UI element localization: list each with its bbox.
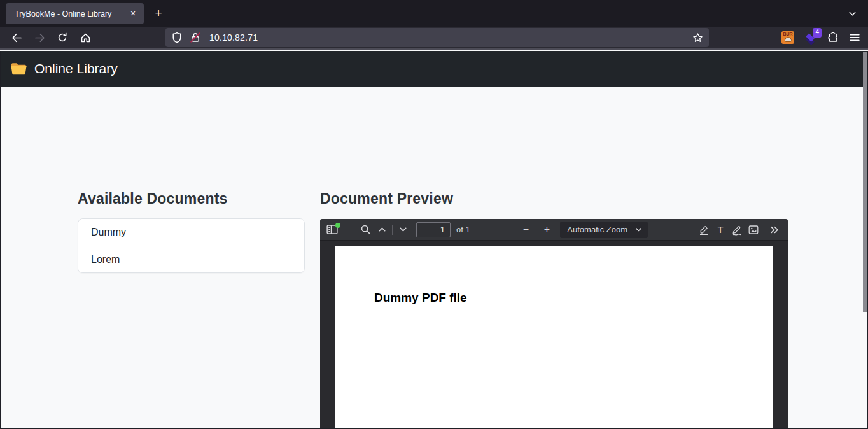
- document-list: Dummy Lorem: [78, 218, 305, 273]
- extension-badge: 4: [813, 28, 822, 38]
- list-item-dummy[interactable]: Dummy: [78, 219, 304, 246]
- page-scrollbar-thumb[interactable]: [863, 52, 867, 312]
- documents-heading: Available Documents: [78, 190, 228, 207]
- home-button[interactable]: [76, 29, 94, 46]
- site-title: Online Library: [34, 61, 118, 76]
- zoom-out-button[interactable]: −: [517, 222, 534, 238]
- page-scrollbar[interactable]: [863, 51, 867, 428]
- burp-extension-icon[interactable]: BUR: [781, 31, 794, 44]
- ink-pen-icon: [731, 224, 743, 236]
- burp-label: BUR: [783, 31, 792, 37]
- toggle-sidebar-button[interactable]: [324, 222, 340, 238]
- chevron-down-icon: [634, 225, 643, 234]
- chevron-down-icon: [398, 225, 408, 234]
- pdf-viewer-body: Dummy PDF file: [320, 241, 788, 428]
- site-header: Online Library: [0, 51, 868, 87]
- browser-tab-bar: TryBookMe - Online Library ✕ +: [0, 0, 868, 27]
- folder-icon: [10, 61, 27, 76]
- sidebar-active-indicator: [335, 223, 340, 228]
- previous-page-button[interactable]: [374, 222, 390, 238]
- page-count-label: of 1: [456, 225, 470, 234]
- next-page-button[interactable]: [395, 222, 411, 238]
- chevron-down-icon: [848, 9, 857, 18]
- find-button[interactable]: [357, 222, 374, 238]
- tab-title: TryBookMe - Online Library: [15, 10, 127, 18]
- url-text[interactable]: 10.10.82.71: [209, 32, 692, 43]
- zoom-mode-select[interactable]: Automatic Zoom: [560, 222, 648, 238]
- nav-right-cluster: BUR 4: [781, 31, 860, 44]
- pdf-content-title: Dummy PDF file: [374, 291, 467, 305]
- burp-face: [785, 37, 792, 42]
- home-icon: [80, 32, 91, 43]
- back-button[interactable]: [8, 29, 25, 46]
- layers-extension-icon[interactable]: 4: [804, 31, 817, 44]
- annotation-tools: T: [696, 222, 783, 238]
- pdf-page: Dummy PDF file: [335, 246, 773, 428]
- preview-heading: Document Preview: [320, 190, 453, 207]
- insecure-lock-icon[interactable]: [190, 32, 201, 43]
- highlight-tool-button[interactable]: [696, 222, 712, 238]
- browser-tab[interactable]: TryBookMe - Online Library ✕: [6, 3, 144, 24]
- pdf-toolbar: of 1 − + Automatic Zoom: [320, 219, 788, 241]
- tracking-protection-shield-icon[interactable]: [171, 32, 183, 43]
- browser-nav-bar: 10.10.82.71 BUR 4: [0, 27, 868, 50]
- forward-button[interactable]: [31, 29, 48, 46]
- image-tool-button[interactable]: [745, 222, 762, 238]
- list-item-lorem[interactable]: Lorem: [78, 246, 304, 272]
- free-text-tool-button[interactable]: T: [712, 222, 729, 238]
- bookmark-star-icon[interactable]: [692, 32, 703, 43]
- image-icon: [748, 224, 759, 236]
- chevron-up-icon: [377, 225, 387, 234]
- search-icon: [360, 224, 371, 235]
- page-number-input[interactable]: [416, 222, 451, 237]
- zoom-in-button[interactable]: +: [538, 222, 555, 238]
- zoom-mode-value: Automatic Zoom: [567, 225, 634, 234]
- forward-arrow-icon: [34, 32, 45, 43]
- list-all-tabs-button[interactable]: [844, 6, 860, 21]
- menu-hamburger-icon[interactable]: [849, 32, 860, 43]
- url-bar[interactable]: 10.10.82.71: [165, 28, 709, 47]
- zoom-controls: − + Automatic Zoom: [517, 222, 648, 238]
- back-arrow-icon: [11, 32, 22, 43]
- page-content: Available Documents Dummy Lorem Document…: [0, 87, 868, 429]
- reload-button[interactable]: [53, 29, 71, 46]
- draw-tool-button[interactable]: [729, 222, 745, 238]
- close-icon[interactable]: ✕: [127, 8, 139, 20]
- pdf-viewer: of 1 − + Automatic Zoom: [320, 219, 788, 428]
- new-tab-button[interactable]: +: [150, 5, 167, 22]
- highlighter-icon: [698, 224, 710, 236]
- reload-icon: [57, 32, 67, 43]
- window-border-left: [0, 51, 1, 429]
- more-tools-button[interactable]: [766, 222, 783, 238]
- extensions-puzzle-icon[interactable]: [827, 32, 839, 43]
- double-chevron-right-icon: [769, 225, 780, 235]
